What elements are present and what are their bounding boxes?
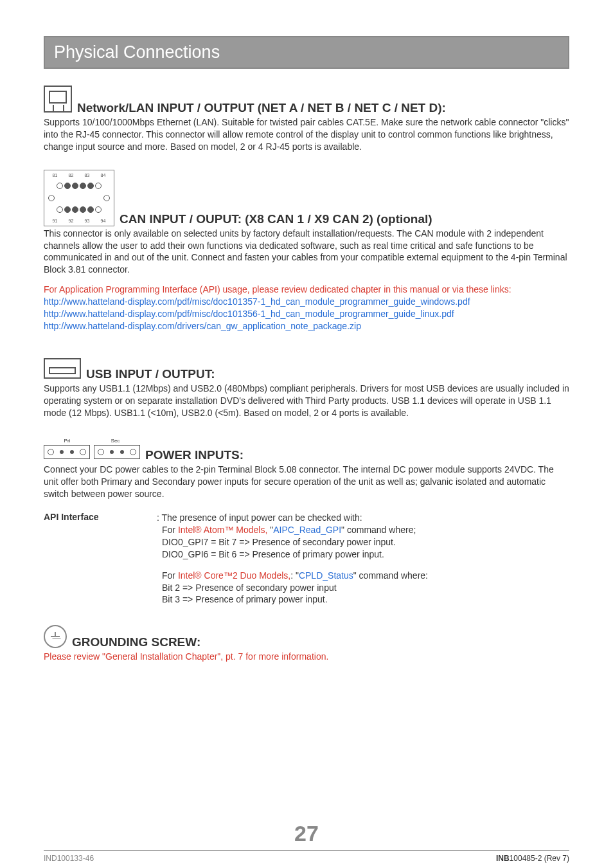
can-dot bbox=[103, 195, 110, 201]
footer-right-rest: 100485-2 (Rev 7) bbox=[510, 854, 569, 863]
can-label-84: 84 bbox=[101, 173, 106, 177]
api-label: API Interface bbox=[44, 512, 157, 606]
api-line2-post: " command where; bbox=[341, 525, 416, 535]
can-dot bbox=[87, 206, 94, 213]
usb-text: Supports any USB1.1 (12Mbps) and USB2.0 … bbox=[44, 383, 569, 419]
api-b2-l3: Bit 3 => Presence of primary power input… bbox=[157, 593, 569, 606]
network-text: Supports 10/100/1000Mbps Ethernet (LAN).… bbox=[44, 116, 569, 153]
section-grounding: GROUNDING SCREW: Please review "General … bbox=[44, 625, 569, 663]
page-title: Physical Connections bbox=[44, 36, 569, 69]
api-b2-blue: CPLD_Status bbox=[299, 570, 353, 581]
can-label-91: 91 bbox=[53, 219, 58, 223]
api-line2-red: Intel® Atom™ Models, bbox=[178, 525, 267, 535]
can-dot bbox=[87, 183, 94, 189]
api-b2-mid: : " bbox=[290, 570, 299, 581]
api-line3: DIO0_GPI7 = Bit 7 => Presence of seconda… bbox=[157, 536, 569, 548]
usb-heading: USB INPUT / OUTPUT: bbox=[86, 367, 215, 381]
section-can: 81 82 83 84 bbox=[44, 170, 569, 332]
can-dot bbox=[95, 183, 102, 189]
api-b2-l2: Bit 2 => Presence of secondary power inp… bbox=[157, 582, 569, 594]
can-dot bbox=[80, 183, 86, 189]
can-link-2[interactable]: http://www.hatteland-display.com/pdf/mis… bbox=[44, 308, 569, 320]
section-network: Network/LAN INPUT / OUTPUT (NET A / NET … bbox=[44, 86, 569, 153]
can-connector-icon: 81 82 83 84 bbox=[44, 170, 114, 226]
can-label-83: 83 bbox=[85, 173, 90, 177]
power-conn-sec bbox=[94, 445, 140, 459]
api-line1: The presence of input power can be check… bbox=[162, 512, 362, 523]
section-usb: USB INPUT / OUTPUT: Supports any USB1.1 … bbox=[44, 358, 569, 419]
can-note: For Application Programming Interface (A… bbox=[44, 284, 569, 296]
ethernet-port-icon bbox=[44, 86, 72, 113]
grounding-screw-icon bbox=[44, 625, 67, 648]
can-text: This connector is only available on sele… bbox=[44, 228, 569, 276]
footer-right-bold: INB bbox=[496, 854, 510, 863]
api-interface-block: API Interface : The presence of input po… bbox=[44, 512, 569, 606]
ground-text: Please review "General Installation Chap… bbox=[44, 651, 569, 663]
api-b2-red: Intel® Core™2 Duo Models, bbox=[178, 570, 290, 581]
can-label-94: 94 bbox=[101, 219, 106, 223]
can-dot bbox=[64, 183, 71, 189]
footer-left: IND100133-46 bbox=[44, 854, 94, 863]
can-link-1[interactable]: http://www.hatteland-display.com/pdf/mis… bbox=[44, 296, 569, 308]
can-dot bbox=[72, 183, 78, 189]
can-label-93: 93 bbox=[85, 219, 90, 223]
can-link-3[interactable]: http://www.hatteland-display.com/drivers… bbox=[44, 320, 569, 332]
power-text: Connect your DC power cables to the 2-pi… bbox=[44, 464, 569, 500]
can-heading: CAN INPUT / OUPUT: (X8 CAN 1 / X9 CAN 2)… bbox=[120, 212, 432, 226]
api-line2-blue: AIPC_Read_GPI bbox=[273, 525, 341, 535]
can-dot bbox=[57, 183, 63, 189]
api-line2-mid: " bbox=[267, 525, 273, 535]
page-number: 27 bbox=[0, 821, 613, 846]
ground-heading: GROUNDING SCREW: bbox=[72, 635, 200, 649]
can-dot bbox=[72, 206, 78, 213]
section-power: Pri Sec POWER INPUTS: Connect your DC po… bbox=[44, 438, 569, 606]
api-line4: DIO0_GPI6 = Bit 6 => Presence of primary… bbox=[157, 548, 569, 561]
can-dot bbox=[64, 206, 71, 213]
power-label-sec: Sec bbox=[111, 438, 120, 444]
can-dot bbox=[95, 206, 102, 213]
power-heading: POWER INPUTS: bbox=[145, 448, 244, 462]
api-colon: : bbox=[157, 512, 162, 523]
can-label-81: 81 bbox=[53, 173, 58, 177]
can-label-92: 92 bbox=[69, 219, 74, 223]
api-b2-pre: For bbox=[162, 570, 178, 581]
can-label-82: 82 bbox=[69, 173, 74, 177]
api-b2-post: " command where: bbox=[353, 570, 428, 581]
footer-rule bbox=[44, 850, 569, 851]
api-line2-pre: For bbox=[162, 525, 178, 535]
usb-port-icon bbox=[44, 358, 81, 379]
network-heading: Network/LAN INPUT / OUTPUT (NET A / NET … bbox=[77, 101, 446, 115]
power-connector-icon: Pri Sec bbox=[44, 438, 140, 462]
power-conn-pri bbox=[44, 445, 90, 459]
can-dot bbox=[57, 206, 63, 213]
power-label-pri: Pri bbox=[64, 438, 71, 444]
can-dot bbox=[80, 206, 86, 213]
can-dot bbox=[48, 195, 55, 201]
footer-right: INB100485-2 (Rev 7) bbox=[496, 854, 569, 863]
